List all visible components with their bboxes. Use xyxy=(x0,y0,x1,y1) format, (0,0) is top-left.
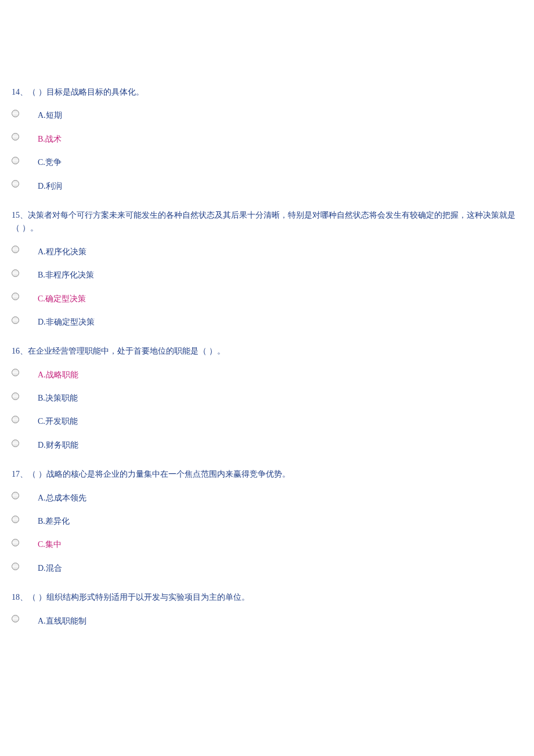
radio-icon[interactable] xyxy=(12,269,19,277)
option-label: B.差异化 xyxy=(38,515,70,528)
option-label: A.短期 xyxy=(38,109,62,122)
option-row: D.利润 xyxy=(12,180,522,193)
option-label: C.竞争 xyxy=(38,156,62,169)
question-15: 15、决策者对每个可行方案未来可能发生的各种自然状态及其后果十分清晰，特别是对哪… xyxy=(12,209,522,235)
option-row: A.直线职能制 xyxy=(12,615,522,628)
option-label: B.非程序化决策 xyxy=(38,269,94,282)
option-row: C.开发职能 xyxy=(12,415,522,428)
radio-icon[interactable] xyxy=(12,133,19,141)
question-18: 18、（ ）组织结构形式特别适用于以开发与实验项目为主的单位。 xyxy=(12,591,522,604)
option-label: D.财务职能 xyxy=(38,439,78,452)
option-row: A.战略职能 xyxy=(12,369,522,381)
option-label: C.确定型决策 xyxy=(38,293,86,305)
radio-icon[interactable] xyxy=(12,246,19,253)
radio-icon[interactable] xyxy=(12,369,19,376)
question-17: 17、（ ）战略的核心是将企业的力量集中在一个焦点范围内来赢得竞争优势。 xyxy=(12,468,522,481)
radio-icon[interactable] xyxy=(12,293,19,300)
radio-icon[interactable] xyxy=(12,157,19,164)
radio-icon[interactable] xyxy=(12,563,19,570)
radio-icon[interactable] xyxy=(12,416,19,423)
option-label: D.利润 xyxy=(38,180,62,193)
radio-icon[interactable] xyxy=(12,393,19,400)
option-label: A.程序化决策 xyxy=(38,246,86,258)
question-16: 16、在企业经营管理职能中，处于首要地位的职能是（ ）。 xyxy=(12,345,522,358)
option-label: C.集中 xyxy=(38,538,62,551)
option-row: A.短期 xyxy=(12,109,522,122)
option-row: D.财务职能 xyxy=(12,439,522,452)
option-row: C.确定型决策 xyxy=(12,293,522,305)
option-row: D.非确定型决策 xyxy=(12,316,522,329)
option-row: C.竞争 xyxy=(12,156,522,169)
radio-icon[interactable] xyxy=(12,516,19,523)
option-row: B.非程序化决策 xyxy=(12,269,522,282)
option-row: D.混合 xyxy=(12,562,522,575)
option-row: A.总成本领先 xyxy=(12,492,522,505)
radio-icon[interactable] xyxy=(12,316,19,324)
option-label: D.混合 xyxy=(38,562,62,575)
option-label: B.决策职能 xyxy=(38,392,78,405)
question-14: 14、（ ）目标是战略目标的具体化。 xyxy=(12,86,522,99)
option-label: B.战术 xyxy=(38,133,62,146)
option-row: A.程序化决策 xyxy=(12,246,522,258)
option-label: A.总成本领先 xyxy=(38,492,86,505)
option-row: B.差异化 xyxy=(12,515,522,528)
option-label: A.直线职能制 xyxy=(38,615,86,628)
option-label: C.开发职能 xyxy=(38,415,78,428)
radio-icon[interactable] xyxy=(12,110,19,117)
radio-icon[interactable] xyxy=(12,615,19,622)
radio-icon[interactable] xyxy=(12,180,19,188)
option-row: B.决策职能 xyxy=(12,392,522,405)
radio-icon[interactable] xyxy=(12,440,19,447)
radio-icon[interactable] xyxy=(12,539,19,546)
option-label: A.战略职能 xyxy=(38,369,78,381)
radio-icon[interactable] xyxy=(12,492,19,499)
option-label: D.非确定型决策 xyxy=(38,316,95,329)
option-row: C.集中 xyxy=(12,538,522,551)
option-row: B.战术 xyxy=(12,133,522,146)
